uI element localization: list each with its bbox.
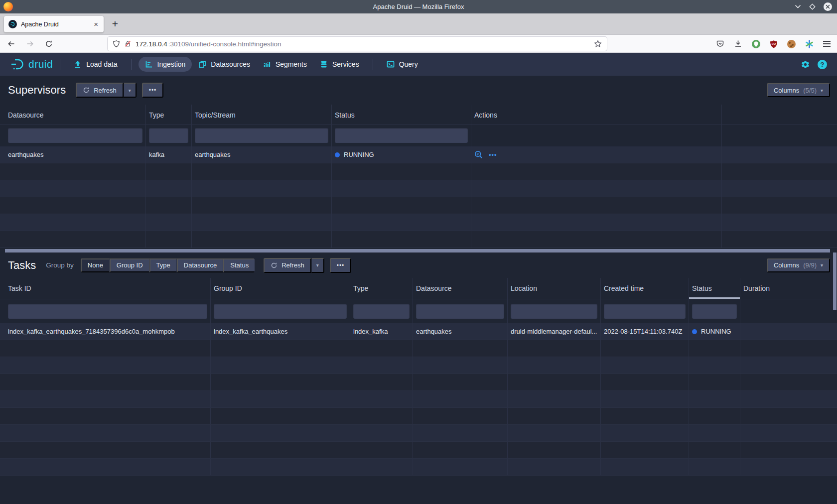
group-by-none-button[interactable]: None [81,258,110,272]
location-filter-input[interactable] [511,304,597,319]
task-id-filter-input[interactable] [8,304,207,319]
column-header-location[interactable]: Location [508,278,601,299]
status-filter-input[interactable] [692,304,737,319]
insecure-lock-icon[interactable] [124,40,132,48]
empty-cell [211,357,350,374]
empty-cell [192,163,332,180]
topic-stream-filter-input[interactable] [195,128,328,143]
new-tab-button[interactable]: + [108,17,123,32]
empty-cell [211,374,350,390]
bookmark-star-icon[interactable] [594,40,602,48]
column-header-actions[interactable]: Actions [471,105,722,125]
nav-item-datasources[interactable]: Datasources [192,57,257,72]
group-by-group-id-button[interactable]: Group ID [110,258,149,272]
column-header-status[interactable]: Status [332,105,471,125]
pocket-icon[interactable] [716,40,724,48]
column-header-type[interactable]: Type [350,278,413,299]
empty-cell [5,180,146,197]
ublock-icon[interactable]: uO [770,40,778,48]
group-by-type-button[interactable]: Type [149,258,177,272]
maximize-diamond-icon[interactable] [809,3,816,10]
supervisor-row[interactable]: earthquakes kafka earthquakes RUNNING ••… [0,146,837,163]
refresh-dropdown-button[interactable]: ▾ [311,258,324,273]
empty-cell [601,340,689,357]
empty-row [0,163,837,180]
supervisors-columns-button[interactable]: Columns (5/5) ▾ [767,83,830,97]
column-header-duration[interactable]: Duration [740,278,837,299]
empty-cell [211,459,350,475]
status-filter-input[interactable] [335,128,468,143]
extension-icon[interactable] [752,40,760,48]
empty-cell [211,391,350,407]
containers-asterisk-icon[interactable] [805,40,814,48]
browser-toolbar: 172.18.0.4:30109/unified-console.html#in… [0,35,837,53]
tasks-columns-button[interactable]: Columns (9/9) ▾ [767,258,830,272]
minimize-icon[interactable] [795,4,801,9]
close-circle-icon[interactable] [824,2,832,11]
type-filter-input[interactable] [149,128,188,143]
group-by-status-button[interactable]: Status [223,258,255,272]
column-header-task-id[interactable]: Task ID [5,278,211,299]
refresh-label: Refresh [281,261,304,269]
empty-cell [5,391,211,407]
task-row[interactable]: index_kafka_earthquakes_7184357396d6c0a_… [0,323,837,340]
column-header-topic-stream[interactable]: Topic/Stream [192,105,332,125]
back-icon[interactable] [7,40,15,48]
column-header-created-time[interactable]: Created time [601,278,689,299]
reload-icon[interactable] [45,40,53,48]
druid-logo[interactable]: druid [10,58,53,71]
nav-item-segments[interactable]: Segments [257,57,313,72]
empty-cell [740,391,837,407]
supervisors-title: Supervisors [8,84,66,97]
downloads-icon[interactable] [734,40,742,48]
tasks-more-button[interactable]: ••• [330,258,352,273]
caret-down-icon: ▾ [821,88,823,93]
datasource-filter-input[interactable] [416,304,504,319]
nav-item-services[interactable]: Services [313,57,366,72]
column-header-group-id[interactable]: Group ID [211,278,350,299]
column-header-datasource[interactable]: Datasource [413,278,508,299]
refresh-dropdown-button[interactable]: ▾ [124,83,137,98]
refresh-button[interactable]: Refresh [264,258,311,273]
column-header-type[interactable]: Type [146,105,192,125]
supervisors-table: Datasource Type Topic/Stream Status Acti… [0,105,837,248]
tracking-shield-icon[interactable] [113,40,120,48]
empty-cell [508,391,601,407]
group-id-filter-input[interactable] [214,304,347,319]
more-actions-icon[interactable]: ••• [489,146,497,163]
empty-cell [722,163,837,180]
empty-cell [689,340,740,357]
datasource-filter-input[interactable] [8,128,142,143]
column-header-datasource[interactable]: Datasource [5,105,146,125]
gear-icon[interactable] [801,60,810,69]
supervisors-empty-rows [0,163,837,248]
horizontal-scrollbar[interactable] [5,249,830,252]
refresh-button[interactable]: Refresh [76,83,124,98]
supervisor-datasource: earthquakes [5,146,146,163]
druid-favicon-icon [8,20,17,28]
column-header-status-sorted[interactable]: Status [689,278,740,299]
nav-item-ingestion[interactable]: Ingestion [139,57,192,72]
cookie-icon[interactable] [787,40,796,48]
menu-icon[interactable] [823,41,831,47]
nav-item-query[interactable]: Query [380,57,424,72]
group-by-datasource-button[interactable]: Datasource [177,258,223,272]
created-time-filter-input[interactable] [604,304,686,319]
help-icon[interactable]: ? [818,60,827,69]
empty-cell [211,408,350,424]
browser-tab-apache-druid[interactable]: Apache Druid × [4,16,104,32]
forward-icon[interactable] [26,40,34,48]
nav-divider [373,59,373,70]
tab-close-icon[interactable]: × [93,20,99,28]
empty-cell [192,214,332,231]
filler-cell [722,146,837,163]
view-payload-magnifier-icon[interactable] [474,150,483,159]
empty-cell [350,340,413,357]
duration-filter-cell [740,299,837,323]
supervisors-more-button[interactable]: ••• [142,83,164,98]
type-filter-input[interactable] [353,304,410,319]
empty-cell [689,425,740,441]
nav-item-load-data[interactable]: Load data [67,57,124,72]
url-bar[interactable]: 172.18.0.4:30109/unified-console.html#in… [108,37,607,51]
vertical-scrollbar[interactable] [833,252,837,310]
